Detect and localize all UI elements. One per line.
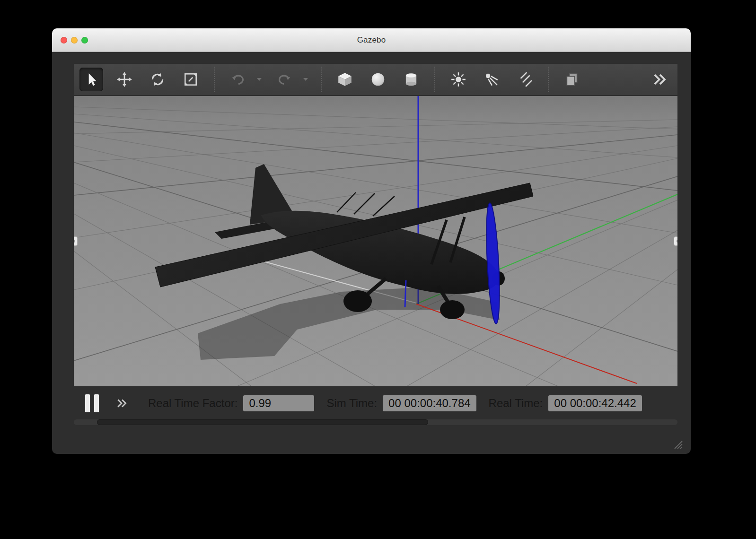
- cursor-arrow-icon: [83, 71, 99, 87]
- toolbar-separator: [434, 67, 435, 92]
- main-wheel: [343, 290, 372, 312]
- statusbar: Real Time Factor: 0.99 Sim Time: 00 00:0…: [74, 392, 677, 415]
- scale-tool-button[interactable]: [179, 68, 202, 91]
- real-time-factor-value: 0.99: [243, 395, 314, 411]
- real-time-label: Real Time:: [489, 397, 543, 410]
- chevron-down-icon: [256, 78, 262, 81]
- rotate-tool-button[interactable]: [146, 68, 169, 91]
- z-axis-blue-front: [405, 280, 406, 307]
- 3d-scene: [74, 96, 677, 386]
- spot-light-icon: [483, 71, 500, 87]
- move-arrows-icon: [116, 71, 132, 87]
- resize-grip-icon[interactable]: [670, 436, 683, 450]
- point-light-button[interactable]: [447, 68, 470, 91]
- statusbar-expand-button[interactable]: [116, 398, 128, 409]
- zoom-button[interactable]: [81, 37, 88, 43]
- sim-time-label: Sim Time:: [326, 397, 377, 410]
- chevron-down-icon: [303, 78, 308, 81]
- real-time-factor-label: Real Time Factor:: [148, 397, 237, 410]
- desktop-background: Gazebo: [0, 0, 756, 539]
- translate-tool-button[interactable]: [113, 68, 136, 91]
- rotate-arrows-icon: [149, 71, 166, 87]
- horizontal-scrollbar[interactable]: [74, 419, 677, 425]
- window-title: Gazebo: [357, 35, 386, 45]
- undo-button[interactable]: [226, 68, 250, 91]
- directional-light-button[interactable]: [513, 68, 536, 91]
- copy-icon: [564, 71, 580, 87]
- double-chevron-right-icon: [116, 398, 128, 409]
- directional-light-icon: [517, 71, 533, 87]
- copy-button[interactable]: [560, 68, 584, 91]
- cylinder-icon: [403, 71, 419, 87]
- redo-button[interactable]: [273, 68, 296, 91]
- minimize-button[interactable]: [71, 37, 78, 43]
- cube-icon: [337, 71, 353, 87]
- traffic-lights: [61, 28, 88, 52]
- toolbar: [74, 64, 677, 95]
- insert-sphere-button[interactable]: [366, 68, 390, 91]
- select-tool-button[interactable]: [79, 68, 103, 91]
- pause-icon: [85, 394, 99, 412]
- double-chevron-right-icon: [652, 71, 668, 87]
- sphere-icon: [370, 71, 386, 87]
- left-splitter-handle[interactable]: [74, 236, 78, 246]
- window-body: Real Time Factor: 0.99 Sim Time: 00 00:0…: [52, 52, 691, 454]
- pause-button[interactable]: [85, 394, 99, 412]
- 3d-viewport[interactable]: [74, 96, 677, 386]
- insert-cylinder-button[interactable]: [399, 68, 423, 91]
- real-time-value: 00 00:00:42.442: [548, 395, 642, 411]
- more-tools-button[interactable]: [648, 68, 672, 91]
- main-wheel: [440, 300, 465, 319]
- toolbar-separator: [548, 67, 549, 92]
- splitter-dot: [677, 240, 678, 243]
- window-titlebar[interactable]: Gazebo: [52, 28, 691, 52]
- redo-history-dropdown[interactable]: [302, 68, 309, 91]
- right-splitter-handle[interactable]: [674, 236, 677, 246]
- scale-icon: [183, 71, 199, 87]
- undo-arrow-icon: [230, 71, 246, 87]
- spot-light-button[interactable]: [480, 68, 503, 91]
- toolbar-separator: [214, 67, 215, 92]
- sim-time-value: 00 00:00:40.784: [383, 395, 476, 411]
- toolbar-separator: [321, 67, 322, 92]
- insert-box-button[interactable]: [333, 68, 357, 91]
- gazebo-window: Gazebo: [52, 28, 691, 454]
- undo-history-dropdown[interactable]: [255, 68, 263, 91]
- redo-arrow-icon: [276, 71, 292, 87]
- scrollbar-thumb[interactable]: [97, 419, 428, 425]
- point-light-icon: [450, 71, 466, 87]
- splitter-dot: [74, 240, 75, 243]
- close-button[interactable]: [61, 37, 67, 43]
